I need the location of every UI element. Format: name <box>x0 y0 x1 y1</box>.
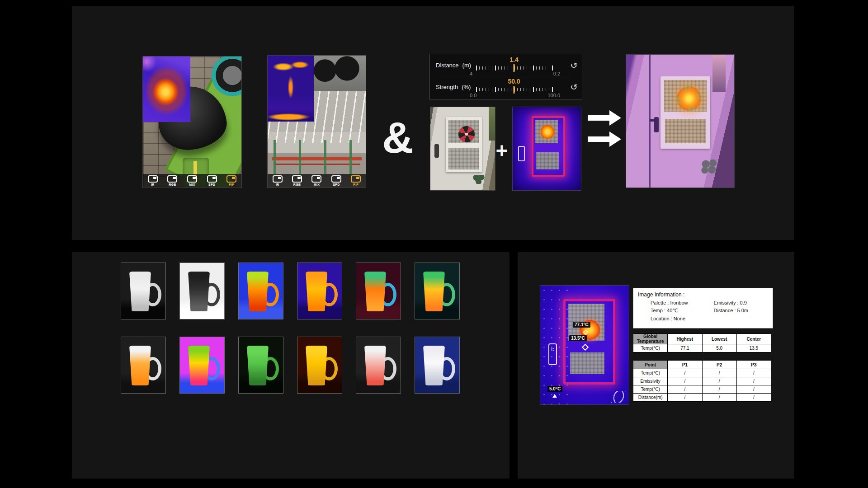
mug-body <box>129 272 151 311</box>
camera-mode-icon <box>226 175 236 183</box>
palette-mug-white-hot[interactable] <box>121 263 166 319</box>
camera-mode-icon <box>311 175 321 183</box>
table-row: Distance(m)/// <box>633 394 771 402</box>
mug-shape <box>121 337 165 393</box>
mug-body <box>423 272 445 311</box>
camera-mode-icon <box>331 175 341 183</box>
table-header-row: PointP1P2P3 <box>633 361 771 369</box>
ruler-tick <box>486 66 486 70</box>
ruler-tick <box>492 88 492 91</box>
info-location: Location : None <box>633 316 713 321</box>
info-empty <box>713 316 773 321</box>
mode-button-pip[interactable]: PIP <box>226 175 236 186</box>
mug-body <box>423 346 445 385</box>
mode-button-spd[interactable]: SPD <box>207 175 217 186</box>
ruler-tick <box>489 88 489 91</box>
ruler-tick <box>476 87 477 92</box>
slider-indicator[interactable] <box>514 86 515 94</box>
slider-name: Strength <box>436 84 458 90</box>
upper-mesh-window <box>535 120 558 143</box>
palette-mug-green-hot[interactable] <box>415 263 460 319</box>
thermal-pip-overlay <box>143 56 190 122</box>
slider-indicator[interactable] <box>514 64 515 72</box>
mug-body <box>364 346 387 385</box>
column-header: Point <box>633 361 668 369</box>
leaf-decoration <box>473 175 485 184</box>
slider-name: Distance <box>436 62 459 69</box>
ruler-tick <box>542 88 543 91</box>
analysis-thermal-image[interactable]: 77.1°C 13.5°C 5.0°C <box>540 285 629 405</box>
slider-unit: (m) <box>462 62 472 69</box>
mode-button-pip[interactable]: PIP <box>351 175 361 186</box>
ruler-tick <box>533 66 534 70</box>
distance-ruler-wrap: 1.4 4 0.2 <box>476 56 552 76</box>
mode-button-ir[interactable]: IR <box>273 175 283 186</box>
palette-mug-ironbow[interactable] <box>297 263 342 319</box>
palette-mug-arctic[interactable] <box>415 337 460 394</box>
mode-label: RGB <box>293 183 301 186</box>
camera-mode-toolbar: IRRGBMIXSPDPIP <box>143 174 241 188</box>
fusion-controls-panel: Distance(m) 1.4 4 0.2 ↺ Strength(%) 50.0 <box>429 54 582 99</box>
door-lock <box>518 146 525 161</box>
cell: 5.0 <box>702 344 736 352</box>
info-temp: Temp : 40℃ <box>633 308 713 314</box>
ruler-tick <box>501 88 502 91</box>
palette-mug-fusion[interactable] <box>121 337 166 394</box>
mode-button-mix[interactable]: MIX <box>187 175 197 186</box>
ruler-tick <box>492 66 492 70</box>
door-photo-rgb <box>430 107 495 191</box>
mode-button-ir[interactable]: IR <box>148 175 158 186</box>
cell: / <box>702 394 736 402</box>
palette-mug-black-hot[interactable] <box>179 263 225 319</box>
palette-mug-red-hot[interactable] <box>356 337 401 394</box>
upper-mesh-window <box>448 120 479 143</box>
right-arrow-icon <box>588 131 621 147</box>
distance-ruler[interactable] <box>476 64 552 72</box>
mode-button-rgb[interactable]: RGB <box>167 175 177 186</box>
ruler-tick <box>552 66 553 70</box>
pip-demo-photo-scooter[interactable]: IRRGBMIXSPDPIP <box>142 56 242 188</box>
ruler-tick <box>517 88 518 91</box>
page: IRRGBMIXSPDPIP IRRGBMIXSPDPIP & Distance… <box>0 0 868 488</box>
mug-shape <box>121 263 165 319</box>
strength-ruler[interactable] <box>476 86 552 94</box>
ruler-tick <box>476 66 477 70</box>
reset-icon[interactable]: ↺ <box>570 61 578 70</box>
red-fan <box>458 126 475 142</box>
palette-mug-rainbow[interactable] <box>238 263 283 319</box>
reset-icon[interactable]: ↺ <box>570 82 578 92</box>
ruler-tick <box>546 88 546 91</box>
ruler-tick <box>539 66 540 70</box>
palette-mug-green-glow[interactable] <box>238 337 283 394</box>
mode-button-mix[interactable]: MIX <box>311 175 321 186</box>
cell: / <box>668 394 702 402</box>
cell: / <box>736 377 771 385</box>
cell: / <box>668 377 702 385</box>
ampersand-separator: & <box>377 111 418 165</box>
strength-value: 50.0 <box>476 78 552 85</box>
pip-demo-photo-ceiling[interactable]: IRRGBMIXSPDPIP <box>267 55 366 188</box>
mode-button-spd[interactable]: SPD <box>331 175 341 186</box>
ruler-tick <box>505 88 505 91</box>
info-emissivity: Emissivity : 0.9 <box>713 300 773 305</box>
mode-button-rgb[interactable]: RGB <box>292 175 302 186</box>
lower-mesh-window <box>448 148 479 169</box>
mode-label: PIP <box>353 183 359 186</box>
cell: / <box>702 369 736 377</box>
image-information-title: Image Information : <box>638 291 684 298</box>
ruler-tick <box>549 88 549 91</box>
mug-body <box>246 346 269 385</box>
ruler-tick <box>549 66 549 70</box>
info-distance: Distance : 5.0m <box>713 308 773 314</box>
ruler-tick <box>511 66 511 70</box>
analysis-section: 77.1°C 13.5°C 5.0°C Image Information : … <box>518 252 794 479</box>
mug-body <box>305 272 328 311</box>
door-photo-fused-result <box>626 54 735 188</box>
highest-temp-label: 77.1°C <box>573 322 590 328</box>
global-temperature-table: Global TemperatureHighestLowestCenterTem… <box>633 333 771 352</box>
cell: / <box>668 385 702 394</box>
palette-mug-rainbow-hc[interactable] <box>356 263 401 319</box>
mug-shape <box>297 263 342 319</box>
palette-mug-amber[interactable] <box>297 337 342 394</box>
palette-mug-hi-contrast[interactable] <box>179 337 225 394</box>
